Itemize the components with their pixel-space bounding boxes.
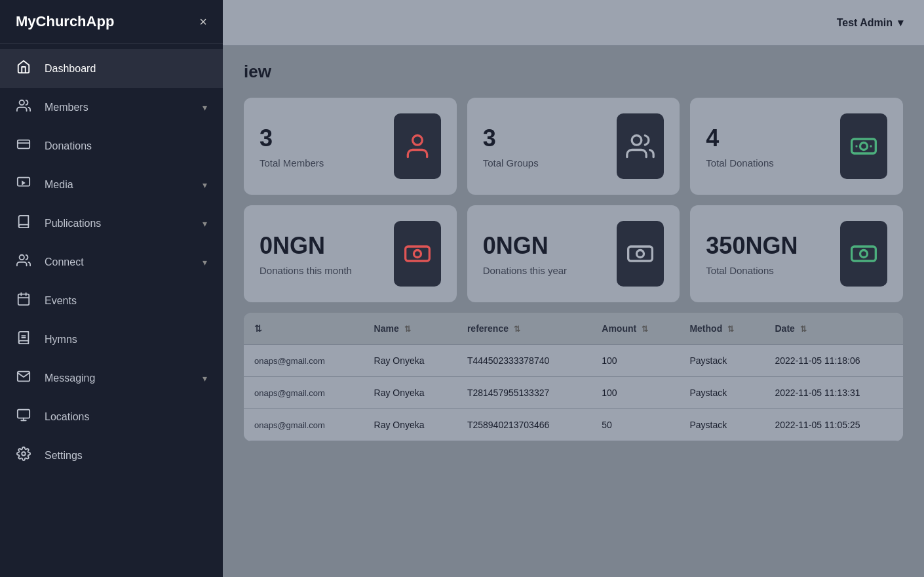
svg-point-0 [20, 100, 24, 105]
stat-icon-box [840, 221, 887, 287]
svg-rect-24 [628, 247, 653, 261]
stat-number: 350NGN [706, 232, 798, 260]
stats-row-2: 0NGN Donations this month 0NGN Donations… [244, 205, 903, 302]
user-name: Test Admin [837, 17, 893, 29]
topbar: Test Admin ▾ [223, 0, 924, 46]
main-content: Test Admin ▾ iew 3 Total Members [223, 0, 924, 577]
donations-table-section: ⇅ Name ⇅ reference ⇅ Amount ⇅ [244, 313, 903, 441]
svg-point-25 [637, 250, 644, 258]
table-header-row: ⇅ Name ⇅ reference ⇅ Amount ⇅ [244, 313, 903, 345]
svg-rect-1 [18, 140, 29, 149]
cell-method: Paystack [679, 409, 764, 441]
cell-name: Ray Onyeka [364, 345, 457, 377]
sidebar-item-label: Messaging [45, 372, 189, 384]
stat-info: 4 Total Donations [706, 125, 773, 169]
sidebar-item-events[interactable]: Events [0, 281, 223, 320]
stat-icon-box [394, 113, 441, 179]
stat-label: Total Members [260, 157, 324, 169]
table-row: onaps@gmail.com Ray Onyeka T258940213703… [244, 409, 903, 441]
sidebar-header: MyChurchApp × [0, 0, 223, 44]
svg-rect-12 [18, 410, 29, 418]
stat-icon-box [840, 113, 887, 179]
col-email[interactable]: ⇅ [244, 313, 364, 345]
publications-icon [16, 214, 31, 232]
sidebar-item-label: Connect [45, 256, 189, 268]
cell-method: Paystack [679, 345, 764, 377]
members-icon [16, 98, 31, 116]
cell-email: onaps@gmail.com [244, 345, 364, 377]
stat-card-total-members: 3 Total Members [244, 98, 457, 195]
messaging-icon [16, 369, 31, 387]
col-method[interactable]: Method ⇅ [679, 313, 764, 345]
stat-info: 350NGN Total Donations [706, 232, 798, 276]
sidebar-item-settings[interactable]: Settings [0, 436, 223, 475]
sidebar-item-locations[interactable]: Locations [0, 397, 223, 436]
cell-reference: T44450233337874​0 [457, 345, 591, 377]
svg-point-16 [412, 136, 422, 146]
sidebar-item-label: Donations [45, 140, 207, 152]
sidebar-nav: Dashboard Members ▾ [0, 44, 223, 577]
stats-row-1: 3 Total Members 3 Total Groups [244, 98, 903, 195]
svg-point-19 [860, 143, 868, 150]
money-month-icon [403, 239, 432, 268]
group-icon [626, 132, 655, 161]
sort-icon: ⇅ [642, 325, 648, 334]
cell-email: onaps@gmail.com [244, 409, 364, 441]
stat-icon-box [617, 113, 664, 179]
col-reference[interactable]: reference ⇅ [457, 313, 591, 345]
svg-rect-18 [852, 139, 876, 153]
app-title: MyChurchApp [16, 13, 114, 30]
chevron-down-icon: ▾ [202, 180, 207, 190]
stat-number: 0NGN [483, 232, 567, 260]
cell-amount: 100 [591, 345, 679, 377]
stat-label: Total Donations [706, 265, 798, 276]
person-icon [403, 132, 432, 161]
sidebar-item-donations[interactable]: Donations [0, 127, 223, 165]
donations-icon [16, 137, 31, 155]
stat-icon-box [394, 221, 441, 287]
locations-icon [16, 408, 31, 426]
cell-amount: 50 [591, 409, 679, 441]
user-menu[interactable]: Test Admin ▾ [837, 16, 903, 29]
sidebar-item-media[interactable]: Media ▾ [0, 165, 223, 204]
close-sidebar-button[interactable]: × [199, 14, 207, 30]
svg-point-5 [20, 255, 24, 260]
sidebar-item-label: Locations [45, 411, 207, 423]
sidebar-item-label: Media [45, 179, 189, 191]
hymns-icon [16, 330, 31, 348]
table-body: onaps@gmail.com Ray Onyeka T444502333378… [244, 345, 903, 441]
col-amount[interactable]: Amount ⇅ [591, 313, 679, 345]
user-chevron-icon: ▾ [898, 16, 903, 29]
stat-info: 3 Total Members [260, 125, 324, 169]
stat-card-donations-month: 0NGN Donations this month [244, 205, 457, 302]
sidebar-item-members[interactable]: Members ▾ [0, 88, 223, 127]
svg-rect-26 [852, 247, 876, 261]
svg-rect-6 [18, 294, 29, 306]
col-date[interactable]: Date ⇅ [765, 313, 904, 345]
sidebar-item-messaging[interactable]: Messaging ▾ [0, 359, 223, 397]
settings-icon [16, 447, 31, 464]
sidebar-item-connect[interactable]: Connect ▾ [0, 243, 223, 281]
col-name[interactable]: Name ⇅ [364, 313, 457, 345]
svg-point-15 [22, 452, 26, 456]
sort-icon: ⇅ [800, 325, 807, 334]
events-icon [16, 292, 31, 309]
cell-email: onaps@gmail.com [244, 377, 364, 409]
sidebar-item-label: Events [45, 295, 207, 307]
sidebar-item-label: Dashboard [45, 63, 207, 75]
cell-name: Ray Onyeka [364, 409, 457, 441]
stat-label: Donations this month [260, 265, 352, 276]
stat-info: 3 Total Groups [483, 125, 539, 169]
sort-icon: ⇅ [254, 323, 262, 334]
cell-date: 2022-11-05 11:13:31 [765, 377, 904, 409]
sidebar-item-label: Members [45, 102, 189, 113]
stat-icon-box [617, 221, 664, 287]
money-total-icon [849, 239, 878, 268]
sidebar-item-dashboard[interactable]: Dashboard [0, 49, 223, 88]
stat-number: 4 [706, 125, 773, 152]
cell-date: 2022-11-05 11:18:06 [765, 345, 904, 377]
sidebar-item-publications[interactable]: Publications ▾ [0, 204, 223, 243]
sort-icon: ⇅ [404, 325, 411, 334]
sidebar-item-hymns[interactable]: Hymns [0, 320, 223, 359]
chevron-down-icon: ▾ [202, 257, 207, 268]
